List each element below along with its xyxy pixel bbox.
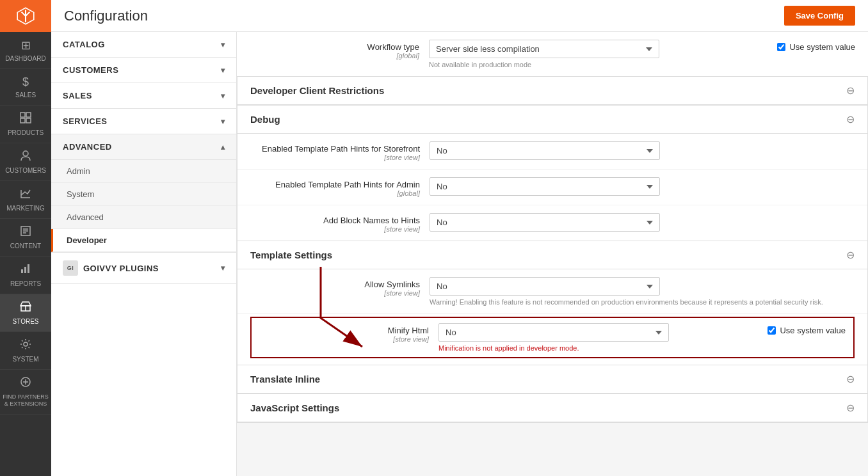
developer-client-restrictions-title: Developer Client Restrictions <box>250 85 384 96</box>
svg-rect-3 <box>26 118 31 123</box>
minify-html-use-system: Use system value <box>768 323 846 335</box>
nav-sub-item-system[interactable]: System <box>51 183 236 206</box>
workflow-type-use-system: Use system value <box>777 40 855 52</box>
minify-html-system-checkbox[interactable] <box>768 326 776 335</box>
sidebar-label-marketing: MARKETING <box>6 205 44 212</box>
nav-section-advanced[interactable]: ADVANCED ▴ <box>51 134 236 160</box>
template-hints-admin-scope: [global] <box>250 189 420 197</box>
allow-symlinks-label: Allow Symlinks <box>250 280 420 289</box>
reports-icon <box>20 263 31 278</box>
template-settings-collapse-icon[interactable]: ⊖ <box>846 249 855 261</box>
dashboard-icon: ⊞ <box>21 38 31 52</box>
nav-section-services[interactable]: SERVICES ▾ <box>51 109 236 134</box>
left-nav: CATALOG ▾ CUSTOMERS ▾ SALES ▾ SERVICES ▾… <box>51 32 237 476</box>
sidebar-item-find[interactable]: FIND PARTNERS & EXTENSIONS <box>0 370 51 415</box>
developer-client-collapse-icon[interactable]: ⊖ <box>846 84 855 97</box>
template-hints-storefront-label: Enabled Template Path Hints for Storefro… <box>250 144 420 154</box>
allow-symlinks-help: Warning! Enabling this feature is not re… <box>430 298 855 306</box>
debug-section-header[interactable]: Debug ⊖ <box>237 106 867 134</box>
workflow-type-select[interactable]: Server side less compilation <box>429 40 659 58</box>
sidebar-logo[interactable] <box>0 0 51 32</box>
sidebar-label-sales: SALES <box>15 91 36 99</box>
customers-icon <box>20 150 31 164</box>
content-icon <box>20 225 31 240</box>
chevron-down-icon: ▾ <box>221 40 225 49</box>
sales-icon: $ <box>22 75 29 89</box>
debug-body: Enabled Template Path Hints for Storefro… <box>237 134 867 241</box>
template-hints-storefront-scope: [store view] <box>250 154 420 161</box>
sidebar-item-reports[interactable]: REPORTS <box>0 257 51 294</box>
translate-inline-header[interactable]: Translate Inline ⊖ <box>237 365 867 393</box>
nav-sub-item-admin[interactable]: Admin <box>51 160 236 183</box>
sidebar-item-dashboard[interactable]: ⊞ DASHBOARD <box>0 32 51 69</box>
nav-advanced-label: ADVANCED <box>63 142 112 152</box>
products-icon <box>20 112 31 127</box>
minify-html-select[interactable]: No Yes <box>438 323 669 342</box>
nav-section-customers[interactable]: CUSTOMERS ▾ <box>51 58 236 83</box>
sidebar-item-stores[interactable]: STORES <box>0 294 51 332</box>
allow-symlinks-row: Allow Symlinks [store view] No Yes Warni… <box>237 269 867 314</box>
template-hints-storefront-select[interactable]: No Yes <box>430 141 660 160</box>
sidebar-label-dashboard: DASHBOARD <box>5 55 45 62</box>
chevron-down-icon: ▾ <box>221 66 225 75</box>
nav-sub-item-advanced[interactable]: Advanced <box>51 206 236 229</box>
developer-client-restrictions-header[interactable]: Developer Client Restrictions ⊖ <box>237 77 867 105</box>
add-block-names-label: Add Block Names to Hints <box>250 216 420 225</box>
nav-section-sales[interactable]: SALES ▾ <box>51 83 236 109</box>
sidebar-label-customers: CUSTOMERS <box>5 167 46 174</box>
minify-html-container: Minify Html [store view] No Yes Minifica… <box>237 314 867 365</box>
sidebar: ⊞ DASHBOARD $ SALES PRODUCTS CUSTOMERS <box>0 0 51 476</box>
save-config-button[interactable]: Save Config <box>784 6 855 26</box>
workflow-type-label-group: Workflow type [global] <box>250 40 429 60</box>
minify-html-label: Minify Html <box>259 326 429 335</box>
sidebar-item-system[interactable]: SYSTEM <box>0 332 51 370</box>
sidebar-item-content[interactable]: CONTENT <box>0 219 51 257</box>
sidebar-item-products[interactable]: PRODUCTS <box>0 106 51 143</box>
workflow-type-help: Not available in production mode <box>429 61 764 68</box>
debug-section: Debug ⊖ Enabled Template Path Hints for … <box>237 106 868 241</box>
nav-sales-label: SALES <box>63 91 92 100</box>
sidebar-item-customers[interactable]: CUSTOMERS <box>0 143 51 181</box>
marketing-icon <box>20 187 31 202</box>
debug-collapse-icon[interactable]: ⊖ <box>846 113 855 125</box>
javascript-settings-section: JavaScript Settings ⊖ <box>237 394 868 423</box>
sidebar-item-marketing[interactable]: MARKETING <box>0 181 51 219</box>
chevron-down-icon: ▾ <box>221 117 225 126</box>
translate-inline-title: Translate Inline <box>250 374 320 385</box>
allow-symlinks-select[interactable]: No Yes <box>430 277 660 296</box>
chevron-down-icon: ▾ <box>221 91 225 100</box>
javascript-settings-title: JavaScript Settings <box>250 402 339 413</box>
add-block-names-select[interactable]: No Yes <box>430 213 660 232</box>
minify-html-help: Minification is not applied in developer… <box>438 344 755 352</box>
stores-icon <box>20 301 31 315</box>
nav-customers-label: CUSTOMERS <box>63 65 118 75</box>
javascript-settings-collapse-icon[interactable]: ⊖ <box>846 402 855 414</box>
template-settings-header[interactable]: Template Settings ⊖ <box>237 241 867 269</box>
sidebar-label-content: CONTENT <box>10 242 41 250</box>
workflow-type-controls: Server side less compilation Not availab… <box>429 40 764 68</box>
nav-sub-item-developer[interactable]: Developer <box>51 229 236 252</box>
nav-catalog-label: CATALOG <box>63 40 105 49</box>
add-block-names-scope: [store view] <box>250 225 420 233</box>
developer-client-restrictions-section: Developer Client Restrictions ⊖ <box>237 77 868 106</box>
nav-section-catalog[interactable]: CATALOG ▾ <box>51 32 236 58</box>
nav-section-goivvy[interactable]: GI GOIVVY PLUGINS ▾ <box>51 253 236 284</box>
sidebar-item-sales[interactable]: $ SALES <box>0 69 51 106</box>
workflow-type-system-checkbox[interactable] <box>777 43 785 51</box>
debug-title: Debug <box>250 114 280 125</box>
template-hints-storefront-row: Enabled Template Path Hints for Storefro… <box>237 134 867 170</box>
template-hints-admin-select[interactable]: No Yes <box>430 177 660 196</box>
translate-inline-section: Translate Inline ⊖ <box>237 365 868 394</box>
svg-point-4 <box>23 151 28 156</box>
svg-rect-0 <box>20 113 25 117</box>
sidebar-label-find: FIND PARTNERS & EXTENSIONS <box>3 393 49 408</box>
use-system-value-label: Use system value <box>789 42 855 52</box>
javascript-settings-header[interactable]: JavaScript Settings ⊖ <box>237 394 867 422</box>
nav-services-label: SERVICES <box>63 116 108 126</box>
sidebar-label-reports: REPORTS <box>10 280 41 287</box>
page-title: Configuration <box>64 8 148 24</box>
chevron-up-icon: ▴ <box>221 143 225 152</box>
svg-rect-11 <box>28 264 29 273</box>
svg-rect-2 <box>20 118 25 123</box>
translate-inline-collapse-icon[interactable]: ⊖ <box>846 373 855 385</box>
